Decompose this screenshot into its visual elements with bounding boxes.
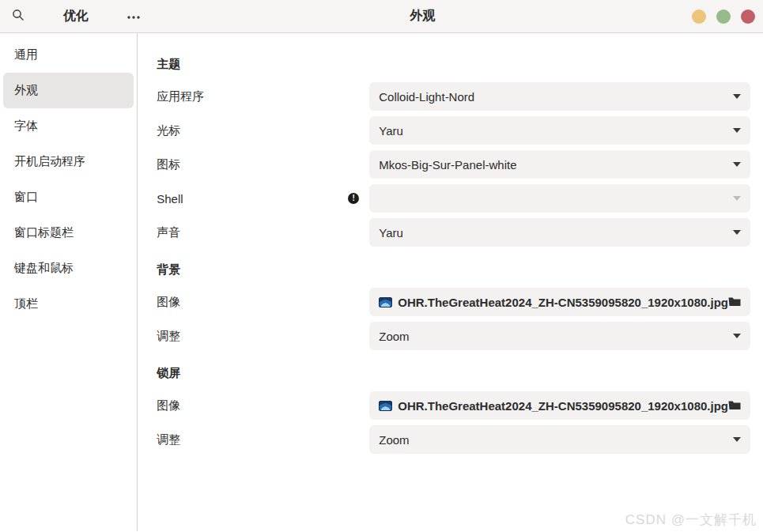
search-button[interactable] — [6, 5, 30, 28]
image-thumbnail-icon — [379, 401, 392, 411]
row-shell-theme: Shell ! — [157, 184, 750, 213]
search-icon — [12, 9, 25, 24]
sidebar: 通用 外观 字体 开机启动程序 窗口 窗口标题栏 键盘和鼠标 顶栏 — [0, 33, 138, 531]
row-background-image: 图像 OHR.TheGreatHeat2024_ZH-CN5359095820_… — [157, 288, 750, 316]
row-applications-theme: 应用程序 Colloid-Light-Nord — [157, 82, 750, 111]
warning-icon: ! — [348, 193, 359, 204]
icons-theme-label: 图标 — [157, 157, 369, 172]
chevron-down-icon — [733, 334, 741, 338]
sidebar-item-general[interactable]: 通用 — [3, 37, 134, 73]
cursor-theme-label: 光标 — [157, 123, 369, 138]
section-themes: 主题 应用程序 Colloid-Light-Nord 光标 Yar — [157, 57, 750, 247]
applications-theme-dropdown[interactable]: Colloid-Light-Nord — [369, 82, 750, 111]
row-cursor-theme: 光标 Yaru — [157, 116, 750, 145]
maximize-button[interactable] — [716, 9, 731, 24]
background-image-chooser[interactable]: OHR.TheGreatHeat2024_ZH-CN5359095820_192… — [369, 288, 750, 316]
chevron-down-icon — [733, 128, 741, 133]
background-adjustment-label: 调整 — [157, 329, 369, 344]
chevron-down-icon — [733, 437, 741, 442]
menu-button[interactable] — [122, 5, 145, 28]
sidebar-item-keyboard-mouse[interactable]: 键盘和鼠标 — [3, 251, 134, 286]
section-background: 背景 图像 OHR.TheGreatHeat2024_ZH-CN53590958… — [157, 262, 750, 350]
row-background-adjustment: 调整 Zoom — [157, 322, 750, 350]
window-controls — [692, 9, 763, 24]
row-sound-theme: 声音 Yaru — [157, 218, 750, 247]
appearance-panel: 主题 应用程序 Colloid-Light-Nord 光标 Yar — [138, 33, 763, 531]
shell-theme-dropdown-disabled — [369, 184, 750, 213]
chevron-down-icon — [733, 230, 741, 235]
row-icons-theme: 图标 Mkos-Big-Sur-Panel-white — [157, 150, 750, 179]
sidebar-item-windows[interactable]: 窗口 — [3, 179, 134, 215]
cursor-theme-dropdown[interactable]: Yaru — [369, 116, 750, 145]
window-body: 通用 外观 字体 开机启动程序 窗口 窗口标题栏 键盘和鼠标 顶栏 主题 应用程… — [0, 33, 763, 531]
lockscreen-adjustment-label: 调整 — [157, 432, 369, 447]
section-lock-screen: 锁屏 图像 OHR.TheGreatHeat2024_ZH-CN53590958… — [157, 366, 750, 454]
image-thumbnail-icon — [379, 297, 392, 308]
sidebar-item-appearance[interactable]: 外观 — [3, 73, 134, 108]
sidebar-item-top-bar[interactable]: 顶栏 — [3, 286, 134, 322]
sidebar-item-startup-applications[interactable]: 开机启动程序 — [3, 144, 134, 179]
chevron-down-icon — [733, 162, 741, 167]
chevron-down-icon — [733, 94, 741, 99]
header-left-section: 优化 — [0, 5, 153, 28]
ellipsis-menu-icon — [127, 10, 141, 22]
row-lockscreen-image: 图像 OHR.TheGreatHeat2024_ZH-CN5359095820_… — [157, 391, 750, 420]
folder-icon — [728, 296, 741, 309]
background-image-label: 图像 — [157, 295, 369, 310]
applications-theme-label: 应用程序 — [157, 89, 369, 104]
close-button[interactable] — [741, 9, 755, 24]
sound-theme-label: 声音 — [157, 225, 369, 240]
section-title-background: 背景 — [157, 262, 750, 278]
sidebar-item-window-titlebars[interactable]: 窗口标题栏 — [3, 215, 134, 251]
row-lockscreen-adjustment: 调整 Zoom — [157, 425, 750, 454]
chevron-down-icon — [733, 196, 741, 201]
header-bar: 优化 外观 — [0, 0, 763, 33]
sound-theme-dropdown[interactable]: Yaru — [369, 218, 750, 247]
folder-icon — [728, 399, 741, 413]
section-title-themes: 主题 — [157, 57, 750, 73]
minimize-button[interactable] — [692, 9, 706, 24]
lockscreen-adjustment-dropdown[interactable]: Zoom — [369, 425, 750, 454]
sidebar-item-fonts[interactable]: 字体 — [3, 108, 134, 144]
tweaks-window: 优化 外观 通用 外观 字体 开机启动程序 窗口 窗口标题栏 键盘和鼠标 顶栏 — [0, 0, 763, 532]
page-title: 外观 — [153, 8, 692, 25]
lockscreen-image-label: 图像 — [157, 398, 369, 413]
lockscreen-image-chooser[interactable]: OHR.TheGreatHeat2024_ZH-CN5359095820_192… — [369, 391, 750, 420]
app-title: 优化 — [63, 8, 89, 25]
shell-theme-label: Shell — [157, 192, 348, 206]
icons-theme-dropdown[interactable]: Mkos-Big-Sur-Panel-white — [369, 150, 750, 179]
background-adjustment-dropdown[interactable]: Zoom — [369, 322, 750, 350]
section-title-lock-screen: 锁屏 — [157, 366, 750, 382]
csdn-watermark: CSDN @一文解千机 — [625, 511, 757, 529]
